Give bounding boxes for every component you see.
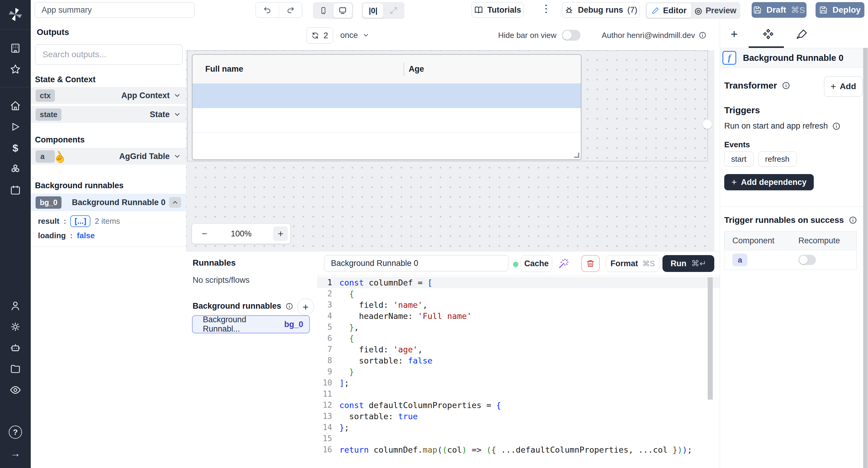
column-header-age[interactable]: Age: [409, 64, 424, 74]
ai-wand-button[interactable]: [558, 258, 569, 269]
code-line[interactable]: 1const columnDef = [: [317, 277, 720, 288]
refresh-app-button[interactable]: 2: [307, 27, 333, 44]
canvas-toolbar-right: Hide bar on view Author henri@windmill.d…: [498, 20, 707, 50]
chevron-down-icon[interactable]: [173, 153, 181, 160]
home-icon[interactable]: [0, 95, 31, 116]
outputs-title: Outputs: [37, 27, 69, 37]
add-transformer-button[interactable]: +Add: [824, 76, 863, 97]
code-line[interactable]: 8 sortable: false: [317, 355, 720, 366]
code-line[interactable]: 16return columnDef.map((col) => ({ ...de…: [317, 444, 720, 455]
workspace-icon[interactable]: [0, 38, 31, 59]
tab-styling[interactable]: [795, 27, 809, 41]
table-row[interactable]: [193, 108, 581, 133]
runs-play-icon[interactable]: [0, 116, 31, 137]
zoom-in-button[interactable]: +: [273, 227, 288, 241]
settings-gear-icon[interactable]: [0, 316, 31, 337]
app-canvas: 2 once Hide bar on view Author henri@win…: [186, 20, 720, 251]
output-row-bg0[interactable]: bg_0 Background Runnable 0: [31, 194, 186, 211]
info-icon[interactable]: [699, 31, 707, 39]
code-line[interactable]: 5 },: [317, 322, 720, 333]
collapse-button[interactable]: [169, 197, 181, 208]
info-icon[interactable]: [782, 81, 790, 90]
mobile-view-button[interactable]: [314, 3, 333, 18]
code-line[interactable]: 3 field: 'name',: [317, 299, 720, 310]
recompute-toggle[interactable]: [798, 255, 816, 265]
code-line[interactable]: 10];: [317, 377, 720, 389]
tab-preview[interactable]: ◎ Preview: [692, 3, 739, 18]
info-icon[interactable]: [285, 302, 293, 310]
code-line[interactable]: 14};: [317, 422, 720, 433]
chevron-down-icon[interactable]: [173, 92, 181, 99]
info-icon[interactable]: [832, 122, 841, 130]
zoom-out-button[interactable]: −: [200, 228, 209, 240]
code-scrollbar[interactable]: [708, 277, 713, 400]
code-line[interactable]: 4 headerName: 'Full name': [317, 310, 720, 322]
panel-scrollbar[interactable]: [863, 48, 868, 468]
expand-result-button[interactable]: [...]: [70, 215, 90, 227]
variables-dollar-icon[interactable]: $: [0, 137, 31, 158]
delete-runnable-button[interactable]: [581, 255, 600, 272]
magic-wand-icon: [558, 258, 569, 269]
search-outputs-input[interactable]: [35, 44, 183, 65]
selected-runnable-header[interactable]: f Background Runnable 0: [720, 48, 863, 68]
output-row-ctx[interactable]: ctx App Context: [31, 87, 186, 104]
help-icon[interactable]: ?: [0, 422, 31, 443]
cache-button[interactable]: Cache: [521, 255, 552, 272]
app-summary-input[interactable]: [35, 2, 194, 18]
tab-editor[interactable]: Editor: [647, 3, 691, 18]
favorites-star-icon[interactable]: [0, 59, 31, 80]
code-line[interactable]: 9 }: [317, 366, 720, 377]
run-button[interactable]: Run⌘↵: [662, 255, 714, 272]
resources-boxes-icon[interactable]: [0, 158, 31, 179]
state-context-title: State & Context: [35, 75, 96, 84]
transformer-header: Transformer: [724, 80, 790, 91]
function-icon: f: [722, 51, 736, 65]
tab-insert-component[interactable]: +: [727, 27, 741, 41]
output-row-state[interactable]: state State: [31, 106, 186, 123]
workers-robot-icon[interactable]: [0, 337, 31, 358]
runnable-name-input[interactable]: [324, 255, 508, 271]
debug-runs-button[interactable]: Debug runs(7): [562, 2, 640, 18]
code-line[interactable]: 15: [317, 433, 720, 444]
code-line[interactable]: 13 sortable: true: [317, 411, 720, 422]
centered-layout-icon: |0|: [369, 6, 377, 15]
code-line[interactable]: 6 {: [317, 333, 720, 344]
audit-eye-icon[interactable]: [0, 379, 31, 401]
code-line[interactable]: 12const defaultColumnProperties = {: [317, 400, 720, 411]
background-runnable-item[interactable]: Background Runnabl... bg_0: [192, 315, 310, 333]
redo-button[interactable]: [279, 2, 302, 18]
tutorials-button[interactable]: Tutorials: [472, 2, 524, 18]
phone-icon: [319, 7, 327, 14]
add-background-runnable-button[interactable]: +: [297, 298, 314, 315]
more-menu-button[interactable]: ⋮: [541, 2, 552, 14]
expand-sidebar-arrow-icon[interactable]: →: [0, 443, 31, 464]
column-header-full-name[interactable]: Full name: [205, 64, 243, 74]
chevron-up-icon: [172, 199, 179, 206]
hide-bar-toggle[interactable]: [562, 30, 581, 41]
code-line[interactable]: 7 field: 'age',: [317, 344, 720, 355]
paintbrush-icon: [797, 28, 808, 40]
centered-layout-button[interactable]: |0|: [363, 3, 383, 18]
format-button[interactable]: Format⌘S: [606, 255, 659, 272]
code-line[interactable]: 11: [317, 389, 720, 400]
table-row-selected[interactable]: [193, 84, 581, 108]
fullscreen-layout-button[interactable]: [384, 3, 403, 18]
schedules-calendar-icon[interactable]: [0, 179, 31, 201]
desktop-view-button[interactable]: [333, 3, 352, 18]
folders-icon[interactable]: [0, 358, 31, 379]
add-dependency-button[interactable]: +Add dependency: [724, 174, 814, 190]
tab-component-settings[interactable]: [761, 27, 775, 41]
user-icon[interactable]: [0, 295, 31, 316]
draft-button[interactable]: Draft⌘S: [752, 2, 807, 18]
aggrid-table-component[interactable]: Full name Age: [192, 54, 581, 160]
frequency-select[interactable]: once: [340, 27, 370, 43]
chevron-down-icon[interactable]: [173, 110, 181, 119]
column-divider[interactable]: [404, 63, 404, 76]
resize-handle[interactable]: [574, 153, 579, 158]
code-line[interactable]: 2 {: [317, 288, 720, 299]
code-area[interactable]: 1const columnDef = [2 {3 field: 'name',4…: [317, 275, 720, 468]
info-icon[interactable]: [849, 216, 857, 224]
deploy-button[interactable]: Deploy: [815, 2, 864, 18]
undo-button[interactable]: [256, 2, 279, 18]
windmill-logo-icon[interactable]: [7, 7, 23, 22]
